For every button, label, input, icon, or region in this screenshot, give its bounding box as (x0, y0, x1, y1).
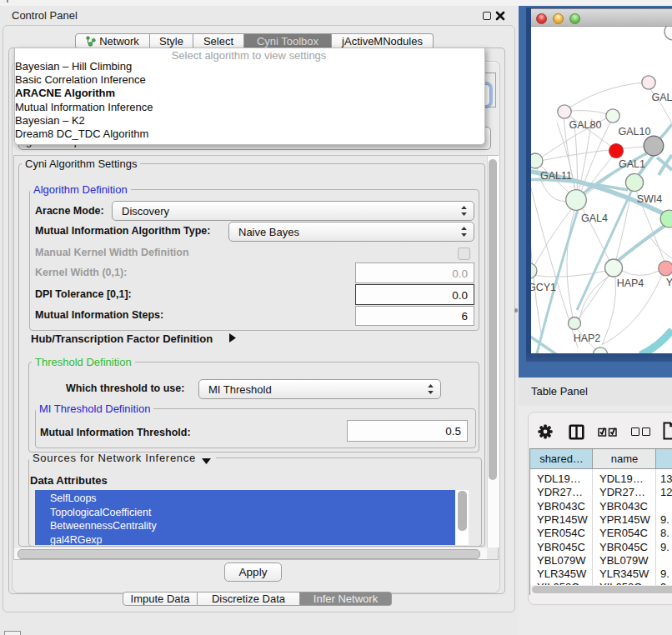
svg-text:HAP4: HAP4 (617, 278, 644, 289)
svg-text:SWI4: SWI4 (637, 193, 663, 205)
svg-text:HAP2: HAP2 (574, 332, 601, 344)
svg-text:GAL4: GAL4 (581, 212, 608, 224)
svg-text:GCY1: GCY1 (531, 282, 556, 293)
svg-text:GAL80: GAL80 (569, 119, 602, 131)
svg-text:Y: Y (666, 277, 672, 288)
svg-text:GAL: GAL (651, 92, 672, 103)
svg-text:GAL1: GAL1 (619, 158, 645, 170)
svg-text:GAL10: GAL10 (619, 126, 651, 138)
svg-text:GAL11: GAL11 (540, 170, 572, 182)
